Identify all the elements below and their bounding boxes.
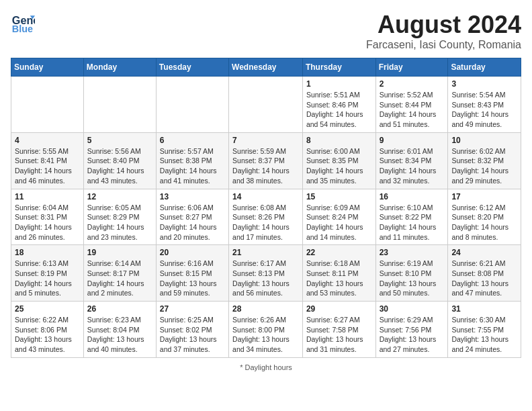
calendar-cell: 3Sunrise: 5:54 AMSunset: 8:43 PMDaylight… (448, 77, 521, 133)
day-number: 31 (451, 304, 517, 314)
calendar-cell: 13Sunrise: 6:06 AMSunset: 8:27 PMDayligh… (156, 189, 228, 245)
page-header: General Blue August 2024 Farcaseni, Iasi… (11, 11, 521, 51)
calendar-cell: 18Sunrise: 6:13 AMSunset: 8:19 PMDayligh… (11, 245, 84, 302)
weekday-header: Tuesday (156, 58, 228, 77)
weekday-header: Friday (375, 58, 448, 77)
day-info: Sunrise: 6:21 AMSunset: 8:08 PMDaylight:… (451, 259, 517, 298)
day-number: 4 (15, 136, 80, 145)
day-number: 28 (232, 304, 299, 314)
calendar-cell: 5Sunrise: 5:56 AMSunset: 8:40 PMDaylight… (83, 132, 156, 189)
calendar-cell: 2Sunrise: 5:52 AMSunset: 8:44 PMDaylight… (375, 77, 448, 133)
title-block: August 2024 Farcaseni, Iasi County, Roma… (366, 11, 521, 51)
calendar-cell: 11Sunrise: 6:04 AMSunset: 8:31 PMDayligh… (11, 189, 84, 245)
calendar-cell: 30Sunrise: 6:29 AMSunset: 7:56 PMDayligh… (375, 302, 448, 358)
day-info: Sunrise: 6:22 AMSunset: 8:06 PMDaylight:… (15, 315, 80, 355)
day-number: 5 (87, 136, 152, 145)
day-number: 25 (15, 304, 80, 314)
day-info: Sunrise: 6:26 AMSunset: 8:00 PMDaylight:… (232, 315, 299, 355)
day-info: Sunrise: 6:29 AMSunset: 7:56 PMDaylight:… (380, 315, 445, 355)
day-info: Sunrise: 6:25 AMSunset: 8:02 PMDaylight:… (160, 315, 225, 355)
day-info: Sunrise: 6:14 AMSunset: 8:17 PMDaylight:… (87, 259, 152, 298)
day-number: 7 (232, 136, 299, 145)
day-number: 15 (306, 192, 372, 201)
subtitle: Farcaseni, Iasi County, Romania (366, 39, 521, 51)
day-number: 29 (306, 304, 372, 314)
day-number: 2 (380, 79, 445, 89)
day-number: 1 (306, 79, 372, 89)
calendar-cell: 16Sunrise: 6:10 AMSunset: 8:22 PMDayligh… (375, 189, 448, 245)
main-title: August 2024 (366, 11, 521, 39)
day-number: 18 (15, 248, 80, 257)
day-number: 6 (160, 136, 225, 145)
calendar-week-row: 25Sunrise: 6:22 AMSunset: 8:06 PMDayligh… (11, 302, 521, 358)
logo: General Blue (11, 11, 35, 35)
calendar-cell: 6Sunrise: 5:57 AMSunset: 8:38 PMDaylight… (156, 132, 228, 189)
svg-text:Blue: Blue (12, 24, 33, 34)
day-info: Sunrise: 6:19 AMSunset: 8:10 PMDaylight:… (380, 259, 445, 298)
day-number: 14 (232, 192, 299, 201)
day-info: Sunrise: 6:16 AMSunset: 8:15 PMDaylight:… (160, 259, 225, 298)
day-number: 17 (451, 192, 517, 201)
calendar-cell: 24Sunrise: 6:21 AMSunset: 8:08 PMDayligh… (448, 245, 521, 302)
calendar-cell: 25Sunrise: 6:22 AMSunset: 8:06 PMDayligh… (11, 302, 84, 358)
day-number: 9 (380, 136, 445, 145)
day-number: 12 (87, 192, 152, 201)
logo-icon: General Blue (11, 11, 35, 35)
calendar-cell: 9Sunrise: 6:01 AMSunset: 8:34 PMDaylight… (375, 132, 448, 189)
calendar-cell: 29Sunrise: 6:27 AMSunset: 7:58 PMDayligh… (302, 302, 375, 358)
day-number: 24 (451, 248, 517, 257)
day-info: Sunrise: 6:23 AMSunset: 8:04 PMDaylight:… (87, 315, 152, 355)
day-number: 20 (160, 248, 225, 257)
calendar-cell: 27Sunrise: 6:25 AMSunset: 8:02 PMDayligh… (156, 302, 228, 358)
calendar-cell (83, 77, 156, 133)
day-number: 16 (380, 192, 445, 201)
calendar-cell: 22Sunrise: 6:18 AMSunset: 8:11 PMDayligh… (302, 245, 375, 302)
day-info: Sunrise: 6:06 AMSunset: 8:27 PMDaylight:… (160, 203, 225, 242)
day-info: Sunrise: 5:54 AMSunset: 8:43 PMDaylight:… (451, 90, 517, 130)
calendar-cell: 12Sunrise: 6:05 AMSunset: 8:29 PMDayligh… (83, 189, 156, 245)
day-info: Sunrise: 6:27 AMSunset: 7:58 PMDaylight:… (306, 315, 372, 355)
day-number: 19 (87, 248, 152, 257)
calendar-cell: 15Sunrise: 6:09 AMSunset: 8:24 PMDayligh… (302, 189, 375, 245)
calendar-week-row: 4Sunrise: 5:55 AMSunset: 8:41 PMDaylight… (11, 132, 521, 189)
day-info: Sunrise: 5:55 AMSunset: 8:41 PMDaylight:… (15, 146, 80, 186)
day-info: Sunrise: 6:10 AMSunset: 8:22 PMDaylight:… (380, 203, 445, 242)
day-info: Sunrise: 6:17 AMSunset: 8:13 PMDaylight:… (232, 259, 299, 298)
day-number: 13 (160, 192, 225, 201)
day-number: 30 (380, 304, 445, 314)
day-number: 27 (160, 304, 225, 314)
footer-note: * Daylight hours (11, 363, 521, 371)
day-number: 3 (451, 79, 517, 89)
calendar-cell: 20Sunrise: 6:16 AMSunset: 8:15 PMDayligh… (156, 245, 228, 302)
day-info: Sunrise: 6:18 AMSunset: 8:11 PMDaylight:… (306, 259, 372, 298)
calendar-cell: 14Sunrise: 6:08 AMSunset: 8:26 PMDayligh… (229, 189, 303, 245)
calendar-cell (229, 77, 303, 133)
day-info: Sunrise: 6:00 AMSunset: 8:35 PMDaylight:… (306, 146, 372, 186)
calendar-cell: 23Sunrise: 6:19 AMSunset: 8:10 PMDayligh… (375, 245, 448, 302)
calendar-week-row: 1Sunrise: 5:51 AMSunset: 8:46 PMDaylight… (11, 77, 521, 133)
calendar-cell: 10Sunrise: 6:02 AMSunset: 8:32 PMDayligh… (448, 132, 521, 189)
day-info: Sunrise: 6:04 AMSunset: 8:31 PMDaylight:… (15, 203, 80, 242)
day-number: 23 (380, 248, 445, 257)
weekday-header: Wednesday (229, 58, 303, 77)
footer-note-text: Daylight hours (245, 363, 292, 371)
calendar-cell: 21Sunrise: 6:17 AMSunset: 8:13 PMDayligh… (229, 245, 303, 302)
calendar-cell (11, 77, 84, 133)
calendar-cell: 28Sunrise: 6:26 AMSunset: 8:00 PMDayligh… (229, 302, 303, 358)
calendar-week-row: 11Sunrise: 6:04 AMSunset: 8:31 PMDayligh… (11, 189, 521, 245)
calendar-table: SundayMondayTuesdayWednesdayThursdayFrid… (11, 58, 521, 358)
day-info: Sunrise: 6:01 AMSunset: 8:34 PMDaylight:… (380, 146, 445, 186)
calendar-cell: 8Sunrise: 6:00 AMSunset: 8:35 PMDaylight… (302, 132, 375, 189)
day-info: Sunrise: 5:52 AMSunset: 8:44 PMDaylight:… (380, 90, 445, 130)
calendar-cell: 26Sunrise: 6:23 AMSunset: 8:04 PMDayligh… (83, 302, 156, 358)
calendar-cell: 7Sunrise: 5:59 AMSunset: 8:37 PMDaylight… (229, 132, 303, 189)
day-info: Sunrise: 6:30 AMSunset: 7:55 PMDaylight:… (451, 315, 517, 355)
weekday-header: Sunday (11, 58, 84, 77)
calendar-cell: 1Sunrise: 5:51 AMSunset: 8:46 PMDaylight… (302, 77, 375, 133)
day-info: Sunrise: 5:59 AMSunset: 8:37 PMDaylight:… (232, 146, 299, 186)
calendar-cell: 19Sunrise: 6:14 AMSunset: 8:17 PMDayligh… (83, 245, 156, 302)
weekday-header: Thursday (302, 58, 375, 77)
day-number: 8 (306, 136, 372, 145)
day-info: Sunrise: 5:57 AMSunset: 8:38 PMDaylight:… (160, 146, 225, 186)
day-info: Sunrise: 6:02 AMSunset: 8:32 PMDaylight:… (451, 146, 517, 186)
